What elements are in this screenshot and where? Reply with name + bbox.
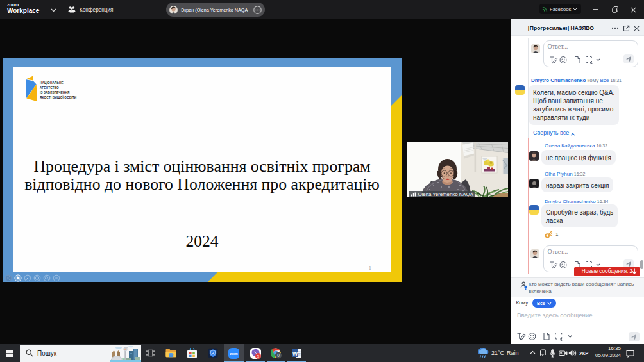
svg-text:0: 0 xyxy=(277,353,280,358)
svg-text:W: W xyxy=(292,350,298,357)
svg-text:Olena Yeremenko NAQA: Olena Yeremenko NAQA xyxy=(418,192,474,197)
svg-text:zoom: zoom xyxy=(230,352,238,355)
